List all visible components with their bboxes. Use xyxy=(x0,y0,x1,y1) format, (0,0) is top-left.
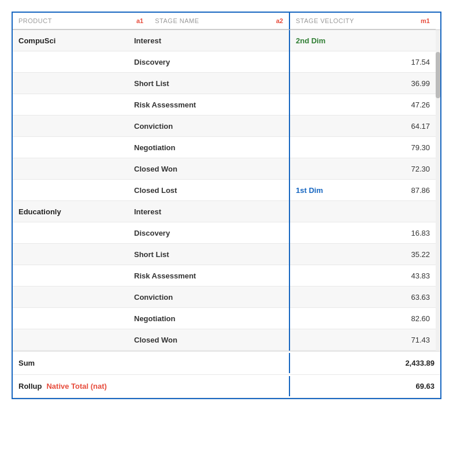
velocity-value: 17.54 xyxy=(411,58,430,66)
rollup-sub: Native Total (nat) xyxy=(46,382,107,391)
rollup-label: Rollup xyxy=(18,382,42,391)
right-row: 16.83 xyxy=(290,222,436,244)
product-cell xyxy=(13,185,128,195)
table-row: Conviction xyxy=(13,116,289,137)
velocity-value: 16.83 xyxy=(411,229,430,237)
right-row: 64.17 xyxy=(290,116,436,137)
product-cell xyxy=(13,292,128,302)
product-cell: Educationly xyxy=(13,203,128,221)
header-a2: a2 xyxy=(276,17,283,24)
table-row: Closed Won xyxy=(13,329,289,351)
velocity-value: 47.26 xyxy=(411,101,430,109)
table-row: Risk Assessment xyxy=(13,94,289,116)
right-row: 71.43 xyxy=(290,329,436,351)
table-row: Discovery xyxy=(13,222,289,244)
velocity-value: 82.60 xyxy=(411,314,430,323)
velocity-value: 36.99 xyxy=(411,79,430,88)
stage-cell: Closed Won xyxy=(128,160,289,178)
product-cell xyxy=(13,121,128,131)
stage-cell: Closed Won xyxy=(128,331,289,349)
scrollbar-track[interactable] xyxy=(436,30,440,351)
product-cell xyxy=(13,79,128,88)
header-stage: STAGE NAME xyxy=(155,17,274,24)
right-row: 1st Dim87.86 xyxy=(290,180,436,201)
velocity-value: 87.86 xyxy=(411,186,430,195)
product-cell: CompuSci xyxy=(13,32,128,50)
product-cell xyxy=(13,271,128,280)
stage-cell: Interest xyxy=(128,32,289,50)
rollup-row: Rollup Native Total (nat) 69.63 xyxy=(13,375,440,398)
table-row: Short List xyxy=(13,244,289,265)
product-cell xyxy=(13,335,128,344)
stage-cell: Negotiation xyxy=(128,139,289,157)
right-row: 72.30 xyxy=(290,158,436,180)
stage-cell: Risk Assessment xyxy=(128,267,289,285)
stage-cell: Closed Lost xyxy=(128,181,289,199)
rollup-value: 69.63 xyxy=(290,376,440,396)
scrollbar-thumb[interactable] xyxy=(436,52,440,98)
table-body: CompuSciInterestDiscoveryShort ListRisk … xyxy=(13,30,440,351)
stage-cell: Short List xyxy=(128,246,289,263)
right-row: 43.83 xyxy=(290,265,436,287)
right-row: 2nd Dim xyxy=(290,30,436,51)
table-row: Short List xyxy=(13,73,289,94)
velocity-value: 63.63 xyxy=(411,293,430,302)
header-m1: m1 xyxy=(421,17,430,24)
stage-cell: Conviction xyxy=(128,288,289,306)
stage-cell: Discovery xyxy=(128,224,289,242)
right-row: 79.30 xyxy=(290,137,436,158)
velocity-value: 35.22 xyxy=(411,250,430,259)
right-row: 63.63 xyxy=(290,287,436,308)
header-velocity: STAGE VELOCITY xyxy=(296,17,354,24)
product-cell xyxy=(13,143,128,152)
product-cell xyxy=(13,250,128,259)
table-row: EducationlyInterest xyxy=(13,201,289,222)
table-row: Negotiation xyxy=(13,308,289,329)
sum-label: Sum xyxy=(18,359,35,367)
right-row: 47.26 xyxy=(290,94,436,116)
table-row: Closed Won xyxy=(13,158,289,180)
stage-cell: Interest xyxy=(128,203,289,221)
product-cell xyxy=(13,100,128,109)
velocity-value: 43.83 xyxy=(411,272,430,280)
right-row: 35.22 xyxy=(290,244,436,265)
table-row: Risk Assessment xyxy=(13,265,289,287)
footer-section: Sum 2,433.89 Rollup Native Total (nat) 6… xyxy=(13,351,440,398)
stage-cell: Risk Assessment xyxy=(128,96,289,114)
product-cell xyxy=(13,164,128,173)
velocity-value: 71.43 xyxy=(411,336,430,344)
product-cell xyxy=(13,228,128,237)
table-row: Negotiation xyxy=(13,137,289,158)
stage-cell: Conviction xyxy=(128,117,289,135)
table-row: CompuSciInterest xyxy=(13,30,289,51)
stage-cell: Negotiation xyxy=(128,310,289,328)
velocity-value: 72.30 xyxy=(411,165,430,173)
table-row: Discovery xyxy=(13,51,289,73)
right-row: 82.60 xyxy=(290,308,436,329)
dim-1st-label: 1st Dim xyxy=(296,186,323,195)
velocity-value: 79.30 xyxy=(411,143,430,152)
sum-value: 2,433.89 xyxy=(290,353,440,373)
header-a1: a1 xyxy=(136,17,143,24)
right-row: 17.54 xyxy=(290,51,436,73)
data-table: PRODUCT a1 STAGE NAME a2 STAGE VELOCITY … xyxy=(12,12,441,399)
table-row: Closed Lost xyxy=(13,180,289,201)
stage-cell: Discovery xyxy=(128,53,289,71)
dim-2nd-label: 2nd Dim xyxy=(296,36,325,45)
product-cell xyxy=(13,57,128,66)
right-row xyxy=(290,201,436,222)
header-product: PRODUCT xyxy=(18,17,134,24)
stage-cell: Short List xyxy=(128,75,289,92)
table-row: Conviction xyxy=(13,287,289,308)
product-cell xyxy=(13,314,128,323)
velocity-value: 64.17 xyxy=(411,122,430,131)
right-row: 36.99 xyxy=(290,73,436,94)
sum-row: Sum 2,433.89 xyxy=(13,352,440,375)
